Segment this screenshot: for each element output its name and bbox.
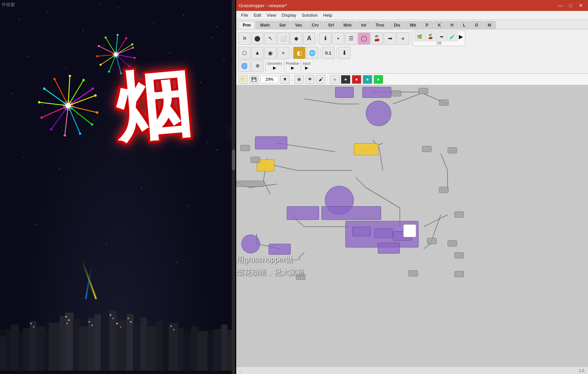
gh-node-circle-large-3[interactable] bbox=[241, 235, 260, 253]
svg-rect-90 bbox=[66, 323, 68, 324]
tool-cursor-button[interactable]: ↖ bbox=[264, 32, 276, 45]
tab-o[interactable]: O bbox=[470, 21, 482, 29]
tool-bw-button[interactable]: ▪ bbox=[332, 32, 344, 45]
toolbar-sep-1 bbox=[317, 33, 317, 44]
gh-node-gray-9 bbox=[427, 238, 437, 244]
gh-node-gray-16 bbox=[454, 252, 464, 258]
tab-math[interactable]: Math bbox=[256, 21, 274, 29]
svg-point-39 bbox=[94, 94, 97, 97]
tool-download-btn[interactable]: ⬇ bbox=[338, 47, 350, 59]
gh-node-inner-2[interactable] bbox=[374, 228, 393, 238]
gh-node-inner-1[interactable] bbox=[352, 227, 371, 236]
tab-wb[interactable]: Wb bbox=[405, 21, 421, 29]
util-label: Util bbox=[414, 41, 464, 45]
gh-node-purple-1[interactable] bbox=[335, 87, 354, 98]
svg-rect-97 bbox=[89, 321, 90, 323]
close-button[interactable]: ✕ bbox=[576, 2, 585, 9]
util-btn2[interactable]: 🍒 bbox=[425, 32, 436, 41]
tool-sphere-button[interactable]: ◉ bbox=[264, 47, 276, 59]
gh-node-yellow-2[interactable] bbox=[354, 143, 378, 155]
tab-p[interactable]: P bbox=[421, 21, 433, 29]
util-btn4[interactable]: 🧪 bbox=[447, 32, 457, 41]
util-btn3[interactable]: ➡ bbox=[436, 32, 447, 41]
nav-teal-btn[interactable]: ● bbox=[363, 75, 372, 84]
tool-arrow-button[interactable]: ➡ bbox=[384, 32, 396, 45]
tab-m[interactable]: M bbox=[483, 21, 496, 29]
menu-edit[interactable]: Edit bbox=[251, 12, 264, 18]
svg-rect-57 bbox=[10, 325, 19, 374]
nav-crosshair-btn[interactable]: ⊕ bbox=[294, 75, 304, 84]
menu-help[interactable]: Help bbox=[320, 12, 335, 18]
tool-gray-sphere[interactable]: ● bbox=[277, 47, 289, 59]
menu-display[interactable]: Display bbox=[279, 12, 299, 18]
nav-green-btn[interactable]: ● bbox=[374, 75, 383, 84]
tool-globe-btn[interactable]: 🌐 bbox=[306, 47, 318, 59]
menu-file[interactable]: File bbox=[238, 12, 251, 18]
svg-point-16 bbox=[108, 71, 110, 73]
nav-save-btn[interactable]: 💾 bbox=[249, 75, 259, 84]
nav-brush-btn[interactable]: 🖌 bbox=[316, 75, 326, 84]
canvas-area[interactable] bbox=[236, 85, 588, 366]
tool-diamond-button[interactable]: ◆ bbox=[290, 32, 302, 45]
tool-param-button[interactable]: ⬇ bbox=[319, 32, 331, 45]
nav-folder-btn[interactable]: 📁 bbox=[238, 75, 248, 84]
nav-red-btn[interactable]: ● bbox=[352, 75, 361, 84]
tab-k[interactable]: K bbox=[434, 21, 446, 29]
tool-color1-button[interactable]: ◯ bbox=[358, 32, 370, 45]
tool-list-button[interactable]: ☰ bbox=[345, 32, 357, 45]
nav-light-btn[interactable]: ● bbox=[330, 75, 340, 84]
tool-triangle-button[interactable]: ▲ bbox=[251, 47, 263, 59]
tool-swirl-btn[interactable]: 🌀 bbox=[238, 60, 251, 72]
tab-crv[interactable]: Crv bbox=[307, 21, 323, 29]
svg-rect-98 bbox=[91, 325, 93, 326]
tab-prm[interactable]: Prm bbox=[238, 21, 255, 29]
gh-node-purple-3[interactable] bbox=[255, 136, 287, 149]
tab-trns[interactable]: Trns bbox=[371, 21, 389, 29]
nav-eye-btn[interactable]: 👁 bbox=[305, 75, 315, 84]
gh-node-purple-4[interactable] bbox=[287, 206, 319, 220]
tab-set[interactable]: Set bbox=[275, 21, 290, 29]
tab-int[interactable]: Int bbox=[357, 21, 371, 29]
tab-vec[interactable]: Vec bbox=[291, 21, 307, 29]
nav-dark-btn[interactable]: ● bbox=[341, 75, 350, 84]
svg-point-51 bbox=[92, 88, 94, 90]
tool-num-btn[interactable]: 0.1 bbox=[322, 47, 334, 59]
gh-node-purple-2[interactable] bbox=[362, 87, 391, 98]
gh-node-purple-5[interactable] bbox=[321, 206, 381, 220]
scrollbar-thumb[interactable] bbox=[232, 150, 235, 170]
tool-snowflake-btn[interactable]: ❄ bbox=[251, 60, 263, 72]
svg-line-115 bbox=[356, 177, 366, 188]
tool-yellow-btn[interactable]: ◧ bbox=[293, 47, 305, 59]
tool-x-button[interactable]: ✕ bbox=[238, 32, 251, 45]
svg-rect-85 bbox=[213, 329, 222, 374]
tool-purple-sphere[interactable]: ● bbox=[397, 32, 409, 45]
firework-2 bbox=[37, 75, 99, 138]
gh-node-circle-large-1[interactable] bbox=[366, 101, 391, 126]
chinese-char-1: 烟 bbox=[113, 65, 191, 146]
tab-h[interactable]: H bbox=[446, 21, 458, 29]
util-btn1[interactable]: 🌿 bbox=[414, 32, 425, 41]
tool-cherry-button[interactable]: 🍒 bbox=[371, 32, 383, 45]
menu-solution[interactable]: Solution bbox=[299, 12, 320, 18]
tab-srf[interactable]: Srf bbox=[324, 21, 338, 29]
tab-l[interactable]: L bbox=[458, 21, 470, 29]
tool-box-button[interactable]: ⬜ bbox=[277, 32, 289, 45]
svg-rect-88 bbox=[65, 316, 67, 317]
tool-text-button[interactable]: A bbox=[303, 32, 315, 45]
gh-node-white-1[interactable] bbox=[403, 224, 416, 237]
menu-view[interactable]: View bbox=[264, 12, 279, 18]
tab-msh[interactable]: Msh bbox=[339, 21, 356, 29]
svg-rect-103 bbox=[0, 371, 235, 374]
zoom-dropdown-btn[interactable]: ▼ bbox=[280, 75, 290, 84]
left-panel-scrollbar[interactable] bbox=[232, 0, 235, 374]
minimize-button[interactable]: — bbox=[556, 2, 565, 9]
gh-node-purple-8[interactable] bbox=[378, 243, 400, 254]
tool-circle-button[interactable]: ⬤ bbox=[251, 32, 263, 45]
tab-dis[interactable]: Dis bbox=[389, 21, 405, 29]
maximize-button[interactable]: □ bbox=[566, 2, 575, 9]
bottom-version: 1.0. bbox=[579, 369, 585, 373]
zoom-input[interactable] bbox=[260, 76, 279, 83]
svg-point-48 bbox=[54, 78, 56, 80]
tool-hex-button[interactable]: ⬡ bbox=[238, 47, 251, 59]
svg-point-49 bbox=[69, 75, 71, 77]
